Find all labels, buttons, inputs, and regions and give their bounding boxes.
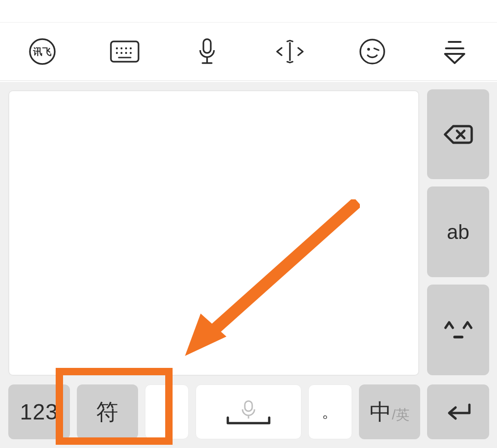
svg-point-16 [360, 40, 384, 64]
ime-logo-icon[interactable]: 讯飞 [24, 33, 61, 70]
svg-point-3 [116, 47, 118, 49]
comma-key-label: ， [156, 397, 178, 427]
emoji-icon[interactable] [354, 33, 391, 70]
svg-marker-20 [445, 54, 464, 63]
svg-point-6 [130, 47, 132, 49]
collapse-keyboard-icon[interactable] [436, 33, 473, 70]
svg-point-17 [367, 48, 370, 51]
kaomoji-key[interactable] [427, 285, 489, 375]
svg-point-4 [121, 47, 122, 49]
lang-key[interactable]: 中 /英 [359, 384, 421, 439]
handwriting-area[interactable] [8, 90, 419, 376]
svg-rect-24 [245, 401, 252, 411]
num-key-label: 123 [20, 399, 58, 425]
num-key[interactable]: 123 [8, 384, 70, 439]
bottom-key-row: 123 符 ， 。 [8, 384, 489, 439]
ab-key-label: ab [447, 221, 469, 244]
cursor-move-icon[interactable] [272, 33, 308, 70]
keyboard-layout-icon[interactable] [106, 33, 143, 70]
svg-rect-12 [203, 39, 211, 53]
svg-point-7 [116, 52, 118, 53]
period-key-label: 。 [322, 401, 338, 423]
svg-point-9 [125, 52, 127, 53]
svg-point-5 [125, 47, 127, 49]
mic-icon[interactable] [189, 33, 225, 70]
backspace-key[interactable] [427, 89, 489, 179]
enter-key[interactable] [427, 384, 489, 439]
symbol-key-label: 符 [96, 397, 118, 427]
svg-text:讯飞: 讯飞 [33, 47, 52, 57]
side-key-column: ab [427, 89, 489, 375]
keyboard-body: ab 123 符 ， [0, 82, 497, 448]
symbol-key[interactable]: 符 [77, 384, 139, 439]
svg-rect-2 [111, 41, 139, 62]
comma-key[interactable]: ， [145, 384, 189, 439]
period-key[interactable]: 。 [308, 384, 352, 439]
lang-key-main: 中 [370, 397, 392, 427]
ab-key[interactable]: ab [427, 186, 489, 277]
svg-point-8 [121, 52, 122, 53]
app-top-strip [0, 0, 497, 23]
lang-key-sub: /英 [392, 406, 409, 425]
ime-toolbar: 讯飞 [0, 23, 497, 81]
svg-point-10 [130, 52, 132, 53]
space-key[interactable] [196, 384, 301, 439]
ime-screenshot: 讯飞 [0, 0, 497, 448]
